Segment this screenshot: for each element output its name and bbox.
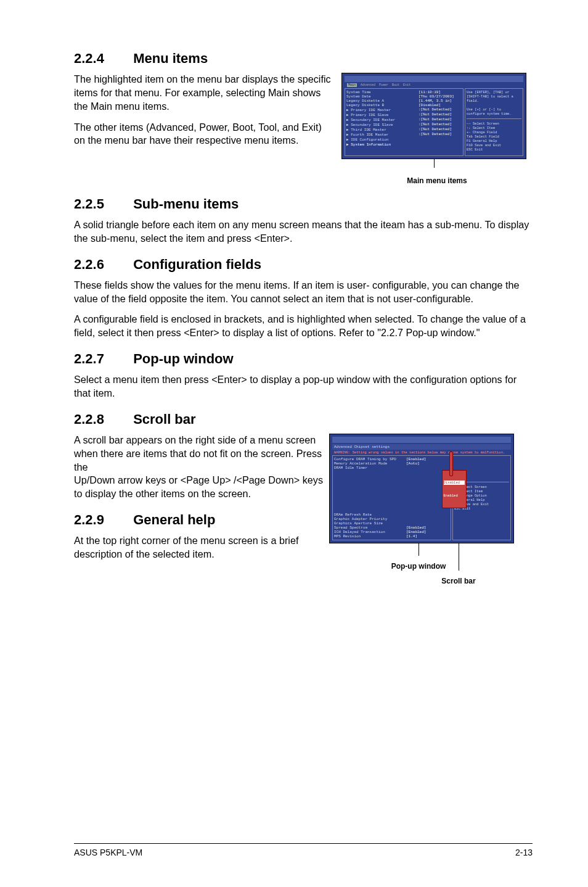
bios-keys: ←→ Select Screen ↑↓ Select Item +- Chang… — [467, 122, 521, 152]
bios-row: ▶ Fourth IDE Master:[Not Detected] — [346, 132, 462, 137]
page-footer: ASUS P5KPL-VM 2-13 — [0, 843, 588, 857]
figure-1-caption: Main menu items — [341, 176, 533, 185]
bios-row: Memory Acceleration Mode[Auto] — [334, 461, 449, 466]
heading-title: Scroll bar — [133, 411, 195, 427]
paragraph: A solid triangle before each item on any… — [74, 218, 533, 245]
bios-left-pane: System Time[11:10:19] System Date[Thu 03… — [345, 88, 463, 156]
figure-2-popup-caption: Pop-up window — [304, 562, 533, 571]
figure-popup-scroll: Advanced Chipset settings WARNING: Setti… — [329, 434, 533, 585]
bios-tab-power: Power — [379, 83, 388, 87]
bios2-header: Advanced Chipset settings — [332, 444, 511, 450]
bios-row: Legacy Diskette A[1.44M, 3.5 in] — [346, 99, 462, 103]
bios-row: ▶ Secondary IDE Slave:[Not Detected] — [346, 122, 462, 127]
bios-screenshot-2: Advanced Chipset settings WARNING: Setti… — [329, 434, 514, 543]
heading-2-2-6: 2.2.6 Configuration fields — [74, 257, 533, 273]
key-hint: ←→ Select Screen — [467, 122, 521, 126]
heading-2-2-5: 2.2.5 Sub-menu items — [74, 196, 533, 212]
bios-row: ▶ Primary IDE Slave:[Not Detected] — [346, 112, 462, 117]
bios-title-bar — [332, 437, 511, 443]
bios2-warning: WARNING: Setting wrong values in the sec… — [332, 450, 511, 455]
pointer-line — [419, 543, 419, 556]
heading-num: 2.2.9 — [74, 512, 129, 528]
section-2-2-4: 2.2.4 Menu items Main Advanced Power Boo… — [74, 51, 533, 185]
bios-tab-exit: Exit — [403, 83, 410, 87]
key-hint: F1 General Help — [467, 139, 521, 143]
heading-2-2-8: 2.2.8 Scroll bar — [74, 411, 533, 427]
bios-tabs: Main Advanced Power Boot Exit — [345, 83, 523, 88]
heading-title: Menu items — [133, 51, 208, 66]
divider — [467, 118, 521, 119]
bios-row: Configure DRAM Timing by SPD[Enabled] — [334, 457, 449, 461]
bios-left-pane: Configure DRAM Timing by SPD[Enabled] Me… — [332, 455, 451, 540]
section-2-2-8: 2.2.8 Scroll bar Advanced Chipset settin… — [74, 411, 533, 501]
bios-row: ▶ Primary IDE Master:[Not Detected] — [346, 107, 462, 112]
footer-right: 2-13 — [515, 848, 533, 857]
bios-tab-main: Main — [347, 83, 357, 87]
pointer-area — [329, 543, 533, 562]
pointer-line — [459, 543, 459, 571]
figure-2-scroll-caption: Scroll bar — [385, 577, 533, 585]
section-2-2-6: 2.2.6 Configuration fields These fields … — [74, 257, 533, 340]
key-hint: ESC Exit — [467, 147, 521, 152]
page: 2.2.4 Menu items Main Advanced Power Boo… — [0, 0, 588, 839]
bios-row: ▶ Third IDE Master:[Not Detected] — [346, 127, 462, 132]
paragraph: A configurable field is enclosed in brac… — [74, 313, 533, 340]
heading-title: Pop-up window — [133, 351, 234, 366]
heading-2-2-4: 2.2.4 Menu items — [74, 51, 533, 67]
heading-num: 2.2.5 — [74, 196, 129, 212]
bios-row: ▶ IDE Configuration — [346, 137, 462, 142]
key-hint: ↑↓ Select Item — [467, 126, 521, 130]
bios-screenshot-1: Main Advanced Power Boot Exit System Tim… — [341, 73, 526, 159]
heading-num: 2.2.7 — [74, 351, 129, 367]
pointer-line — [434, 159, 435, 168]
scrollbar-handle — [449, 452, 453, 476]
popup-option: Disabled — [444, 481, 465, 485]
bios-tab-advanced: Advanced — [361, 83, 375, 87]
bios-row: DRAm Refresh Rate — [334, 513, 449, 517]
bios-row: Legacy Diskette B[Disabled] — [346, 103, 462, 107]
key-hint: Tab Select Field — [467, 134, 521, 139]
bios-help-pane: Use [ENTER], [TAB] or [SHIFT-TAB] to sel… — [465, 88, 523, 156]
heading-title: Configuration fields — [133, 257, 261, 272]
bios-tab-boot: Boot — [392, 83, 399, 87]
bios-row: System Time[11:10:19] — [346, 90, 462, 94]
heading-num: 2.2.6 — [74, 257, 129, 273]
paragraph: Select a menu item then press <Enter> to… — [74, 373, 533, 400]
section-2-2-5: 2.2.5 Sub-menu items A solid triangle be… — [74, 196, 533, 245]
bios-body: System Time[11:10:19] System Date[Thu 03… — [345, 88, 523, 156]
heading-num: 2.2.4 — [74, 51, 129, 67]
popup-window: Disabled Enabled — [442, 470, 467, 508]
heading-2-2-7: 2.2.7 Pop-up window — [74, 351, 533, 367]
key-hint: F10 Save and Exit — [467, 143, 521, 147]
bios-row: DRAM Idle Timer Disabled Enabled — [334, 466, 449, 513]
bios-help-text: Use [ENTER], [TAB] or [SHIFT-TAB] to sel… — [467, 90, 521, 116]
section-2-2-7: 2.2.7 Pop-up window Select a menu item t… — [74, 351, 533, 400]
bios-row: MPS Revision[1.4] — [334, 534, 449, 538]
key-hint: +- Change Field — [467, 130, 521, 134]
heading-num: 2.2.8 — [74, 411, 129, 427]
heading-title: General help — [133, 512, 215, 527]
bios-row: ▶ Secondary IDE Master:[Not Detected] — [346, 117, 462, 122]
bios-title-bar — [345, 76, 523, 82]
figure-main-menu: Main Advanced Power Boot Exit System Tim… — [341, 73, 533, 185]
footer-left: ASUS P5KPL-VM — [74, 848, 142, 857]
bios-row: Graphics Aperture Size — [334, 521, 449, 526]
bios-row: Graphic Adapter Priority — [334, 517, 449, 521]
popup-option: Enabled — [444, 493, 465, 498]
bios-row: Spread Spectrum[Enabled] — [334, 526, 449, 530]
footer-rule — [74, 843, 533, 844]
footer-row: ASUS P5KPL-VM 2-13 — [74, 848, 533, 857]
heading-title: Sub-menu items — [133, 196, 239, 212]
bios-row: System Date[Thu 03/27/2003] — [346, 94, 462, 99]
bios-row: ICH Delayed Transaction[Enabled] — [334, 530, 449, 534]
bios-row-highlight: ▶ System Information — [346, 142, 462, 147]
paragraph: At the top right corner of the menu scre… — [74, 534, 308, 561]
bios-body: Configure DRAM Timing by SPD[Enabled] Me… — [332, 455, 511, 540]
paragraph: These fields show the values for the men… — [74, 279, 533, 306]
